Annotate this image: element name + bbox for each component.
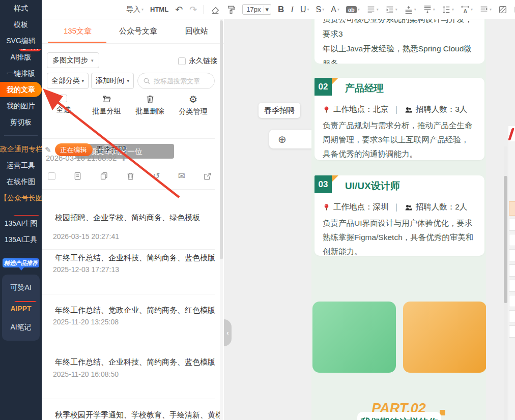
article-title[interactable]: 年终工作总结、企业科技、简约商务、蓝色模版 xyxy=(55,253,215,263)
select-all-checkbox[interactable] xyxy=(60,95,67,102)
undo-icon[interactable]: ↶ xyxy=(175,4,183,15)
article-title[interactable]: 年终工作总结、党政企业、简约商务、红色模版 xyxy=(55,306,215,315)
sidebar-item-long-image[interactable]: 【公众号长图】 xyxy=(0,190,42,206)
style-row[interactable] xyxy=(509,249,515,261)
strikethrough-button[interactable]: S▾ xyxy=(316,5,325,14)
article-title[interactable]: 秋季校园开学季通知、学校教育、手绘清新、黄棕 xyxy=(55,410,223,420)
style-row[interactable] xyxy=(509,234,515,246)
time-filter-select[interactable]: 添加时间 ▾ xyxy=(91,73,134,89)
select-all-action[interactable]: 全选 xyxy=(42,95,85,121)
sidebar-item-gov-column[interactable]: 政企通用专栏 xyxy=(0,141,42,157)
tab-recycle-bin[interactable]: 回收站 xyxy=(185,26,208,36)
category-filter-select[interactable]: 全部分类 ▾ xyxy=(47,73,89,89)
sidebar-item-ops-tools[interactable]: 运营工具 xyxy=(0,157,42,173)
font-size-value: 17px xyxy=(246,6,261,13)
import-button[interactable]: 导入▾ xyxy=(126,5,144,14)
sidebar-item-online-draw[interactable]: 在线作图 xyxy=(0,173,42,190)
sidebar-item-ai-tools[interactable]: 135AI工具 xyxy=(0,231,42,248)
copy-icon[interactable] xyxy=(100,172,108,181)
style-row[interactable] xyxy=(509,219,515,231)
line-height-button[interactable]: ▾ xyxy=(442,5,454,14)
style-row[interactable] xyxy=(509,264,515,277)
italic-button[interactable]: I xyxy=(291,5,294,15)
red-decoration xyxy=(508,126,515,143)
search-input[interactable] xyxy=(154,77,207,85)
style-row[interactable] xyxy=(509,325,515,338)
chevron-down-icon: ▾ xyxy=(322,7,324,12)
share-icon[interactable] xyxy=(203,172,212,181)
sidebar-item-ai-image[interactable]: 免费领次数 135AI生图 xyxy=(0,215,42,231)
redo-icon[interactable]: ↷ xyxy=(189,4,197,15)
strikethrough-label: S xyxy=(316,5,322,14)
sidebar-item-my-images[interactable]: 我的图片 xyxy=(0,98,42,114)
panel-tabs: 135文章 公众号文章 回收站 xyxy=(42,19,224,44)
bold-button[interactable]: B xyxy=(278,5,284,15)
article-title[interactable]: 年终工作总结、企业科技、简约商务、蓝色模版 xyxy=(55,357,215,367)
text-indent-button[interactable]: ▾ xyxy=(479,5,492,14)
sidebar-item-style[interactable]: 样式 xyxy=(0,0,42,16)
underline-button[interactable]: U▾ xyxy=(300,5,309,14)
right-scrollbar[interactable] xyxy=(504,146,507,420)
font-color-button[interactable]: A▾ xyxy=(331,5,339,14)
sidebar-item-kezan-ai[interactable]: 可赞AI xyxy=(2,280,40,295)
batch-group-action[interactable]: 批量分组 xyxy=(85,95,128,121)
html-button[interactable]: HTML xyxy=(150,6,168,13)
article-title[interactable]: 春季招聘 xyxy=(96,145,127,155)
category-manage-action[interactable]: ⚙ 分类管理 xyxy=(171,95,215,121)
space-before-button[interactable]: ▾ xyxy=(404,5,416,14)
article-preview-page[interactable]: 负责公司核心业务系统的架构设计与开发，要求3 年以上Java开发经验，熟悉Spr… xyxy=(311,18,486,420)
panel-scrollbar[interactable] xyxy=(220,19,223,420)
scrollbar-thumb[interactable] xyxy=(220,20,223,259)
sidebar-item-ai-layout[interactable]: 送6个月 AI排版 xyxy=(0,49,42,65)
space-after-button[interactable]: ▾ xyxy=(423,5,435,14)
job-description: 负责产品UI界面设计与用户体验优化，要求熟练掌握Figma/Sketch，具备优… xyxy=(323,216,476,259)
sidebar-item-svg-edit[interactable]: SVG编辑 xyxy=(0,33,42,49)
add-section-button[interactable]: ⊕ xyxy=(269,130,316,148)
style-list-edge xyxy=(508,141,515,420)
clear-format-button[interactable] xyxy=(211,5,220,14)
job-location: 工作地点：北京 xyxy=(333,104,389,115)
indent-button[interactable]: ▾ xyxy=(385,5,397,14)
font-size-select[interactable]: 17px▾ xyxy=(242,4,271,15)
people-icon xyxy=(405,203,413,212)
history-icon[interactable]: ↺ xyxy=(153,172,160,181)
permalink-checkbox[interactable] xyxy=(178,57,186,65)
article-checkbox[interactable] xyxy=(48,172,55,180)
style-row-highlighted[interactable] xyxy=(509,201,515,216)
bg-color-label: ab xyxy=(346,6,357,13)
sidebar-item-aippt[interactable]: 开题报告 AIPPT xyxy=(2,301,40,316)
format-painter-button[interactable] xyxy=(226,5,236,14)
sidebar-item-template[interactable]: 模板 xyxy=(0,16,42,33)
bg-color-button[interactable]: ab▾ xyxy=(346,6,360,13)
letter-spacing-button[interactable]: ▾ xyxy=(461,5,473,14)
job-headcount: 招聘人数：2人 xyxy=(416,202,468,213)
right-scrollbar-thumb[interactable] xyxy=(504,176,507,303)
style-row[interactable] xyxy=(509,310,515,322)
batch-delete-action[interactable]: 批量删除 xyxy=(128,95,171,121)
tab-135-articles[interactable]: 135文章 xyxy=(64,26,92,36)
folder-icon xyxy=(102,95,111,104)
sidebar-item-clipboard[interactable]: 剪切板 xyxy=(0,114,42,130)
article-row-editing[interactable]: ✎ 正在编辑 春季招聘 xyxy=(45,143,127,156)
article-title[interactable]: 校园招聘、企业学校、简约商务、绿色模板 xyxy=(55,213,200,223)
sidebar-item-my-articles[interactable]: 我的文章 xyxy=(0,82,42,97)
border-frame-button[interactable] xyxy=(498,5,507,14)
multi-article-sync-button[interactable]: 多图文同步 ▾ xyxy=(47,52,99,68)
category-filter-value: 全部分类 xyxy=(51,76,80,85)
job-description: 负责公司核心业务系统的架构设计与开发，要求3 年以上Java开发经验，熟悉Spr… xyxy=(323,18,476,64)
sidebar-item-ai-note[interactable]: AI笔记 xyxy=(2,319,40,335)
envelope-icon[interactable]: ✉ xyxy=(178,172,185,181)
sidebar-item-one-click-layout[interactable]: 一键排版 xyxy=(0,65,42,81)
category-manage-label: 分类管理 xyxy=(179,107,208,116)
align-button[interactable]: ▾ xyxy=(366,5,379,14)
tab-wechat-articles[interactable]: 公众号文章 xyxy=(119,26,157,36)
document-icon[interactable] xyxy=(73,172,82,181)
trash-icon[interactable] xyxy=(126,172,135,181)
panel-collapse-handle[interactable]: ‹ xyxy=(224,319,232,346)
edit-pencil-icon[interactable]: ✎ xyxy=(45,145,51,155)
text-indent-icon xyxy=(479,5,489,14)
style-row[interactable] xyxy=(509,295,515,307)
style-row[interactable] xyxy=(509,280,515,292)
article-floating-tag[interactable]: 春季招聘 xyxy=(259,103,300,118)
promo-card: 可赞AI 开题报告 AIPPT AI笔记 xyxy=(2,275,40,341)
